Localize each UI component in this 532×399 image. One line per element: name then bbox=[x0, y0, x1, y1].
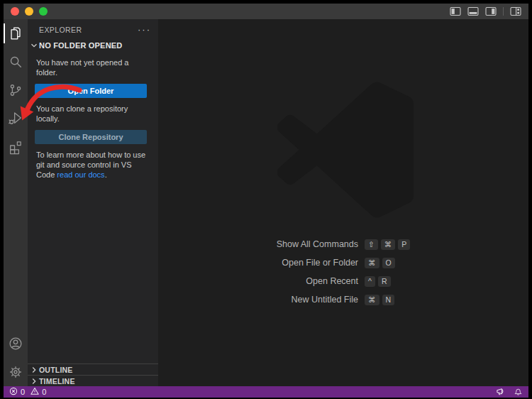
warning-icon bbox=[31, 387, 39, 397]
extensions-icon[interactable] bbox=[4, 133, 28, 161]
explorer-sidebar: EXPLORER ··· NO FOLDER OPENED You have n… bbox=[28, 19, 158, 386]
accounts-icon[interactable] bbox=[4, 329, 28, 358]
chevron-right-icon bbox=[31, 366, 37, 373]
editor-shortcut-hints: Show All Commands ⇧⌘P Open File or Folde… bbox=[158, 239, 528, 312]
sidebar-bottom-sections: OUTLINE TIMELINE bbox=[28, 364, 158, 386]
clone-repository-button[interactable]: Clone Repository bbox=[35, 130, 147, 144]
search-icon[interactable] bbox=[4, 48, 28, 76]
settings-gear-icon[interactable] bbox=[4, 358, 28, 386]
section-timeline[interactable]: TIMELINE bbox=[28, 375, 158, 386]
close-window-button[interactable] bbox=[11, 7, 19, 16]
vscode-logo-watermark bbox=[277, 82, 414, 218]
toggle-panel-icon[interactable] bbox=[467, 6, 479, 16]
titlebar bbox=[4, 4, 528, 19]
toggle-secondary-sidebar-icon[interactable] bbox=[485, 6, 497, 16]
shortcut-hint-row: Open Recent ^R bbox=[158, 275, 528, 287]
no-folder-text: You have not yet opened a folder. bbox=[28, 52, 158, 77]
sidebar-title-row: EXPLORER ··· bbox=[28, 19, 158, 38]
error-count: 0 bbox=[21, 388, 25, 396]
problems-status[interactable]: 0 0 bbox=[9, 387, 49, 397]
keycap: ⌘ bbox=[365, 295, 379, 305]
status-bar-right bbox=[496, 387, 523, 398]
keycap: O bbox=[382, 258, 395, 268]
titlebar-separator bbox=[503, 7, 504, 16]
clone-text: You can clone a repository locally. bbox=[28, 98, 158, 124]
editor-area: Show All Commands ⇧⌘P Open File or Folde… bbox=[158, 19, 528, 386]
chevron-down-icon bbox=[31, 43, 38, 48]
keycap: ^ bbox=[365, 276, 375, 287]
screenshot-frame: EXPLORER ··· NO FOLDER OPENED You have n… bbox=[0, 0, 532, 399]
section-outline[interactable]: OUTLINE bbox=[28, 364, 158, 375]
shortcut-label: Show All Commands bbox=[158, 239, 358, 249]
keycap: ⇧ bbox=[365, 239, 378, 250]
activity-bar bbox=[4, 19, 28, 386]
chevron-right-icon bbox=[31, 378, 37, 385]
outline-label: OUTLINE bbox=[39, 366, 72, 374]
warning-count: 0 bbox=[42, 388, 46, 396]
git-note-period: . bbox=[105, 170, 107, 179]
keycap: ⌘ bbox=[381, 239, 396, 250]
activity-bar-spacer bbox=[4, 161, 28, 329]
vscode-window: EXPLORER ··· NO FOLDER OPENED You have n… bbox=[4, 4, 528, 398]
feedback-icon[interactable] bbox=[496, 387, 505, 397]
shortcut-label: New Untitled File bbox=[158, 295, 358, 305]
sidebar-title: EXPLORER bbox=[39, 26, 82, 34]
shortcut-keys: ^R bbox=[365, 276, 391, 287]
run-and-debug-icon[interactable] bbox=[4, 104, 28, 133]
minimize-window-button[interactable] bbox=[25, 7, 33, 16]
shortcut-keys: ⌘O bbox=[365, 258, 395, 268]
section-title: NO FOLDER OPENED bbox=[39, 41, 123, 50]
titlebar-layout-controls bbox=[450, 6, 528, 16]
more-actions-icon[interactable]: ··· bbox=[138, 24, 151, 35]
section-no-folder-opened[interactable]: NO FOLDER OPENED bbox=[28, 38, 158, 52]
shortcut-hint-row: New Untitled File ⌘N bbox=[158, 294, 528, 305]
explorer-icon[interactable] bbox=[4, 19, 28, 48]
customize-layout-icon[interactable] bbox=[510, 6, 521, 16]
error-icon bbox=[9, 387, 18, 397]
keycap: N bbox=[382, 295, 395, 305]
shortcut-label: Open File or Folder bbox=[158, 258, 358, 268]
read-our-docs-link[interactable]: read our docs bbox=[57, 170, 104, 179]
zoom-window-button[interactable] bbox=[39, 7, 48, 16]
keycap: ⌘ bbox=[365, 258, 379, 268]
notifications-bell-icon[interactable] bbox=[514, 387, 523, 398]
traffic-lights bbox=[4, 7, 48, 16]
shortcut-keys: ⌘N bbox=[365, 295, 394, 305]
shortcut-label: Open Recent bbox=[158, 276, 358, 286]
open-folder-button[interactable]: Open Folder bbox=[35, 84, 147, 98]
toggle-primary-sidebar-icon[interactable] bbox=[450, 6, 461, 16]
source-control-icon[interactable] bbox=[4, 76, 28, 104]
keycap: P bbox=[398, 239, 410, 250]
shortcut-hint-row: Open File or Folder ⌘O bbox=[158, 257, 528, 268]
git-docs-note: To learn more about how to use git and s… bbox=[28, 144, 158, 180]
status-bar: 0 0 bbox=[4, 386, 528, 398]
shortcut-hint-row: Show All Commands ⇧⌘P bbox=[158, 239, 528, 250]
keycap: R bbox=[378, 276, 391, 287]
shortcut-keys: ⇧⌘P bbox=[365, 239, 410, 250]
main-area: EXPLORER ··· NO FOLDER OPENED You have n… bbox=[4, 19, 528, 386]
timeline-label: TIMELINE bbox=[39, 377, 75, 386]
